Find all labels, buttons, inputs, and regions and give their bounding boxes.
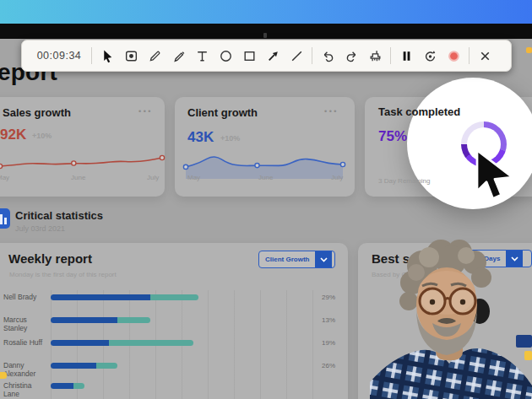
webcam-overlay — [370, 239, 532, 399]
sales-sparkline-chart — [0, 149, 162, 175]
edge-fragment-yellow-right — [524, 351, 532, 360]
edge-fragment-yellow-left — [0, 372, 7, 379]
pointer-tool[interactable] — [95, 44, 119, 67]
client-delta: +10% — [220, 134, 240, 143]
bar-segment-secondary — [109, 340, 193, 346]
sales-tick-july: July — [147, 174, 159, 181]
weekly-report-subtitle: Monday is the first day of this report — [9, 271, 117, 278]
text-tool[interactable] — [190, 44, 214, 67]
sales-tick-may: May — [0, 174, 9, 181]
weekly-filter-dropdown[interactable]: Client Growth — [258, 251, 335, 268]
critical-statistics-title: Critical statistics — [15, 209, 103, 222]
toolbar-divider — [312, 47, 312, 64]
mouse-cursor — [470, 148, 522, 204]
edge-fragment-yellow-top — [526, 47, 532, 53]
bar-row-percent: 26% — [322, 362, 335, 369]
bar-row-label: Christina Lane — [3, 381, 49, 398]
client-tick-july: July — [331, 174, 343, 181]
screen: eport Sales growth ••• 92K +10% May June… — [0, 0, 532, 399]
bar-row-percent: 19% — [322, 339, 335, 347]
bar-segment-primary — [51, 340, 109, 346]
weekly-filter-label: Client Growth — [259, 251, 315, 267]
bar-row-percent: 29% — [322, 294, 335, 301]
bar-segment-primary — [51, 363, 96, 369]
bar-segment-primary — [51, 294, 150, 300]
pen-tool[interactable] — [166, 44, 190, 67]
client-card-title: Client growth — [187, 106, 258, 119]
sales-card-title: Sales growth — [3, 106, 71, 119]
rectangle-tool[interactable] — [237, 44, 261, 67]
undo-button[interactable] — [316, 44, 339, 67]
pause-button[interactable] — [394, 44, 418, 67]
redo-button[interactable] — [339, 44, 363, 67]
bar-segment-secondary — [73, 383, 84, 389]
window-notch — [263, 33, 267, 38]
bar-segment-secondary — [96, 363, 117, 369]
toolbar-divider — [390, 47, 391, 64]
client-tick-may: May — [187, 174, 200, 181]
line-tool[interactable] — [285, 44, 308, 67]
restart-button[interactable] — [418, 44, 442, 67]
critical-statistics-date: July 03rd 2021 — [15, 224, 65, 233]
bar-row-label: Marcus Stanley — [3, 315, 49, 332]
record-button[interactable] — [442, 44, 465, 67]
bar-row-label: Rosalie Huff — [3, 338, 49, 347]
arrow-tool[interactable] — [261, 44, 285, 67]
client-sparkline-chart — [186, 147, 343, 175]
client-tick-june: June — [258, 174, 273, 181]
ellipse-tool[interactable] — [214, 44, 237, 67]
task-card-title: Task completed — [378, 105, 460, 118]
sales-delta: +10% — [32, 132, 52, 140]
toolbar-divider — [469, 47, 470, 64]
sales-card-menu-icon[interactable]: ••• — [138, 107, 153, 116]
edge-fragment-navy — [516, 335, 532, 348]
bar-row-label: Danny Alexander — [3, 361, 49, 378]
clear-button[interactable] — [363, 44, 387, 67]
task-note: 3 Day Remaining — [378, 177, 430, 185]
bar-segment-secondary — [117, 317, 150, 323]
recorder-toolbar: 00:09:34 — [21, 40, 512, 72]
bar-segment-secondary — [150, 294, 198, 300]
pencil-tool[interactable] — [143, 44, 166, 67]
bar-segment-primary — [51, 383, 73, 389]
bar-segment-primary — [51, 317, 117, 323]
toolbar-divider — [91, 47, 92, 64]
sales-value: 92K — [0, 127, 26, 143]
task-value: 75% — [378, 128, 407, 145]
bar-row-percent: 13% — [322, 316, 335, 324]
client-value: 43K — [187, 129, 214, 146]
browser-top-gradient — [0, 0, 532, 24]
bar-row-label: Nell Brady — [3, 293, 49, 301]
recording-timer: 00:09:34 — [30, 50, 88, 62]
critical-statistics-icon — [0, 208, 10, 229]
close-button[interactable] — [473, 44, 497, 67]
sales-tick-june: June — [71, 174, 85, 181]
screenshot-tool[interactable] — [119, 44, 143, 67]
weekly-report-title: Weekly report — [8, 251, 92, 266]
client-card-menu-icon[interactable]: ••• — [324, 107, 339, 116]
chevron-down-icon — [315, 251, 332, 267]
